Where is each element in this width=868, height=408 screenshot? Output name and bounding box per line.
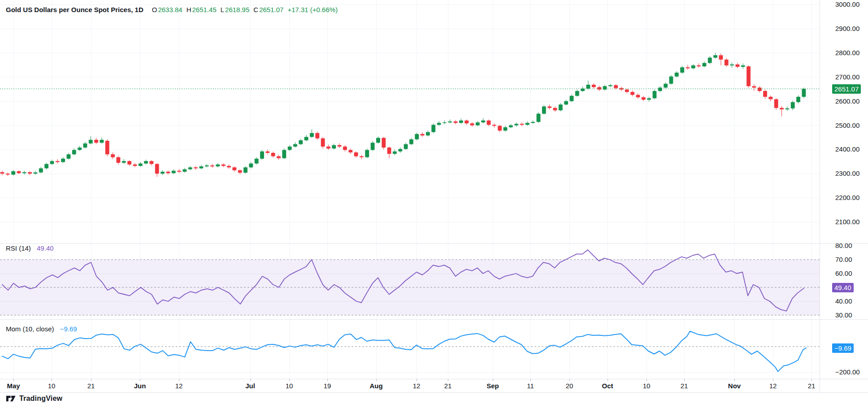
- svg-text:12: 12: [413, 382, 421, 390]
- close-value: 2651.07: [259, 6, 283, 14]
- svg-text:2500.00: 2500.00: [835, 122, 859, 129]
- svg-text:21: 21: [87, 382, 95, 390]
- last-price-badge: 2651.07: [832, 84, 861, 94]
- tradingview-logo-icon: [6, 395, 17, 403]
- svg-text:21: 21: [808, 382, 816, 390]
- svg-text:19: 19: [324, 382, 331, 390]
- mom-label: Mom (10, close): [6, 325, 54, 333]
- tradingview-brand-text: TradingView: [19, 395, 62, 403]
- symbol-legend[interactable]: Gold US Dollars per Ounce Spot Prices, 1…: [6, 6, 338, 14]
- time-axis[interactable]: May1021Jun12Jul1019Aug1221Sep1120Oct1021…: [7, 379, 815, 390]
- svg-text:Nov: Nov: [728, 382, 741, 390]
- svg-text:2100.00: 2100.00: [835, 218, 859, 226]
- tradingview-attribution[interactable]: TradingView: [6, 395, 62, 403]
- vertical-gridlines: [14, 0, 812, 379]
- chart-widget: 3000.002900.002800.002700.002600.002500.…: [0, 0, 868, 408]
- pane-separators: [0, 0, 868, 393]
- low-value: 2618.95: [225, 6, 249, 14]
- svg-text:May: May: [7, 382, 20, 390]
- svg-text:2700.00: 2700.00: [835, 73, 859, 81]
- svg-text:2300.00: 2300.00: [835, 169, 859, 177]
- candlestick-series: [0, 53, 806, 177]
- svg-text:40.00: 40.00: [835, 297, 852, 305]
- price-axis[interactable]: 3000.002900.002800.002700.002600.002500.…: [835, 0, 859, 226]
- mom-value: −9.69: [60, 325, 77, 333]
- rsi-axis[interactable]: 80.0070.0060.0040.0030.00: [835, 242, 852, 319]
- low-label: L: [221, 6, 224, 14]
- close-label: C: [253, 6, 258, 14]
- price-gridlines: [0, 5, 820, 222]
- rsi-label: RSI (14): [6, 244, 31, 252]
- svg-text:2600.00: 2600.00: [835, 97, 859, 105]
- svg-text:Jun: Jun: [134, 382, 146, 390]
- svg-text:12: 12: [769, 382, 777, 390]
- rsi-legend[interactable]: RSI (14) 49.40: [6, 245, 54, 252]
- svg-text:12: 12: [175, 382, 183, 390]
- svg-text:21: 21: [681, 382, 688, 390]
- svg-text:3000.00: 3000.00: [835, 0, 859, 8]
- svg-text:Jul: Jul: [245, 382, 255, 390]
- svg-text:10: 10: [286, 382, 293, 390]
- open-value: 2633.84: [158, 6, 182, 14]
- open-label: O: [152, 6, 157, 14]
- mom-value-badge: −9.69: [832, 343, 854, 353]
- svg-text:Sep: Sep: [486, 382, 499, 390]
- high-label: H: [187, 6, 191, 14]
- svg-text:−200.00: −200.00: [835, 368, 860, 376]
- high-value: 2651.45: [192, 6, 217, 14]
- svg-text:11: 11: [527, 382, 534, 390]
- svg-text:80.00: 80.00: [835, 242, 852, 249]
- rsi-value: 49.40: [37, 244, 54, 252]
- svg-text:30.00: 30.00: [835, 311, 852, 319]
- change-value: +17.31 (+0.66%): [287, 6, 338, 14]
- svg-text:10: 10: [48, 382, 56, 390]
- mom-gridlines: [0, 347, 820, 373]
- svg-text:2400.00: 2400.00: [835, 145, 859, 153]
- svg-text:60.00: 60.00: [835, 269, 852, 277]
- chart-canvas[interactable]: 3000.002900.002800.002700.002600.002500.…: [0, 0, 868, 408]
- symbol-title: Gold US Dollars per Ounce Spot Prices, 1…: [6, 6, 143, 14]
- svg-text:2900.00: 2900.00: [835, 25, 859, 32]
- mom-legend[interactable]: Mom (10, close) −9.69: [6, 326, 77, 333]
- svg-text:20: 20: [566, 382, 573, 390]
- svg-text:Oct: Oct: [602, 382, 613, 390]
- svg-text:10: 10: [643, 382, 651, 390]
- rsi-value-badge: 49.40: [832, 283, 854, 292]
- mom-line-series: [2, 331, 806, 372]
- mom-axis[interactable]: −200.00: [835, 368, 860, 376]
- svg-text:21: 21: [444, 382, 452, 390]
- svg-text:70.00: 70.00: [835, 256, 852, 263]
- svg-text:Aug: Aug: [369, 382, 382, 390]
- svg-text:2200.00: 2200.00: [835, 194, 859, 201]
- svg-text:2800.00: 2800.00: [835, 49, 859, 56]
